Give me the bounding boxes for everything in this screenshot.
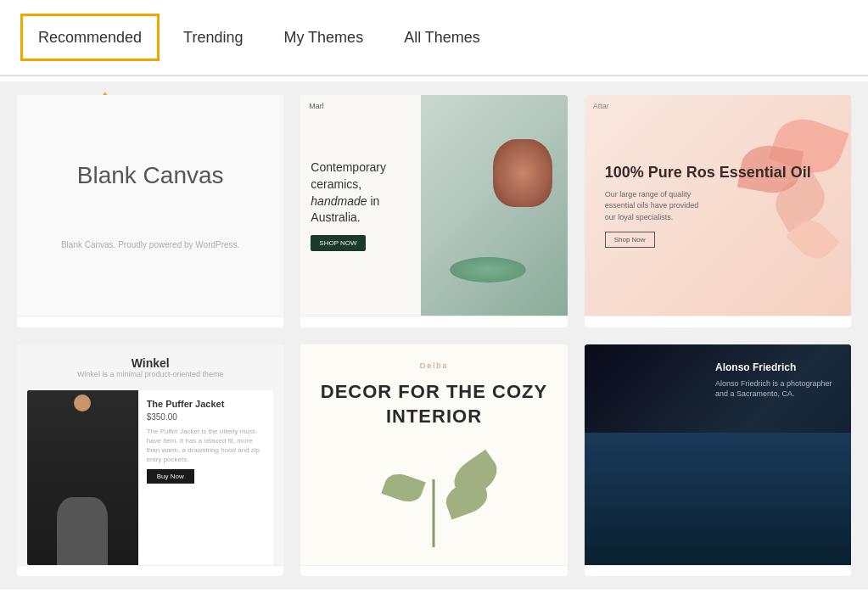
blank-canvas-footer-text: Blank Canvas. Proudly powered by WordPre… xyxy=(61,240,239,249)
attar-title: 100% Pure Ros Essential Oil xyxy=(605,163,811,182)
tab-all-themes[interactable]: All Themes xyxy=(384,0,501,75)
theme-card-delba: Delba DECOR FOR THE COZY INTERIOR Delba … xyxy=(300,344,567,577)
attar-text-block: 100% Pure Ros Essential Oil Our large ra… xyxy=(605,163,811,249)
theme-card-blank-canvas: Blank Canvas Blank Canvas. Proudly power… xyxy=(17,95,283,327)
theme-preview-delba[interactable]: Delba DECOR FOR THE COZY INTERIOR xyxy=(300,344,567,565)
theme-card-marl: Marl Retro Contemporary ceramics, handma… xyxy=(300,95,567,327)
theme-card-winkel: Winkel Winkel is a minimal product-orien… xyxy=(17,344,283,577)
theme-preview-marl[interactable]: Marl Retro Contemporary ceramics, handma… xyxy=(300,95,567,316)
theme-footer-winkel: Winkel ••• xyxy=(17,565,283,577)
plant-stem xyxy=(433,479,435,547)
tab-all-themes-label: All Themes xyxy=(404,29,480,47)
theme-more-attar[interactable]: ••• xyxy=(815,327,837,327)
tab-trending[interactable]: Trending xyxy=(163,0,263,75)
delba-headline: DECOR FOR THE COZY INTERIOR xyxy=(317,380,550,428)
attar-site-name: Attar xyxy=(593,102,609,110)
tab-recommended-label: Recommended xyxy=(38,29,142,47)
winkel-store-desc: Winkel is a minimal product-oriented the… xyxy=(29,370,272,378)
marl-site-name: Marl xyxy=(309,102,324,110)
winkel-product-card: The Puffer Jacket $350.00 The Puffer Jac… xyxy=(27,390,273,565)
theme-preview-alonso[interactable]: Alonso Friedrich Alonso Friedrich is a p… xyxy=(585,344,851,565)
winkel-product-name: The Puffer Jacket xyxy=(147,399,266,409)
delba-plant-decoration xyxy=(317,445,550,547)
theme-grid: Blank Canvas Blank Canvas. Proudly power… xyxy=(0,81,868,590)
tab-my-themes[interactable]: My Themes xyxy=(263,0,384,75)
theme-footer-marl: Marl ••• xyxy=(300,316,567,327)
alonso-person-name: Alonso Friedrich xyxy=(715,361,834,373)
alonso-description: Alonso Friedrich is a photographer and a… xyxy=(715,378,834,400)
theme-preview-blank-canvas[interactable]: Blank Canvas Blank Canvas. Proudly power… xyxy=(17,95,283,316)
theme-card-attar: Attar 100% Pure Ros Essential Oil Our la… xyxy=(585,95,851,327)
theme-preview-winkel[interactable]: Winkel Winkel is a minimal product-orien… xyxy=(17,344,283,565)
theme-more-delba[interactable]: ••• xyxy=(531,576,554,577)
attar-desc: Our large range of quality essential oil… xyxy=(605,189,707,224)
jacket-head xyxy=(74,395,91,411)
winkel-buy-button[interactable]: Buy Now xyxy=(147,469,194,484)
alonso-text-block: Alonso Friedrich Alonso Friedrich is a p… xyxy=(715,361,834,400)
ceramic-image xyxy=(421,95,568,316)
marl-left-panel: Contemporary ceramics, handmade in Austr… xyxy=(300,95,420,316)
tab-bar: Recommended Trending My Themes All Theme… xyxy=(0,0,868,76)
winkel-header: Winkel Winkel is a minimal product-orien… xyxy=(17,344,283,390)
theme-more-alonso[interactable]: ••• xyxy=(815,576,837,577)
plant-leaf-2 xyxy=(381,469,426,506)
theme-more-marl[interactable]: ••• xyxy=(531,327,554,327)
blank-canvas-title-text: Blank Canvas xyxy=(77,162,224,189)
winkel-product-image xyxy=(27,390,138,565)
tab-my-themes-label: My Themes xyxy=(283,29,363,47)
theme-footer-alonso: Alonso ••• xyxy=(585,565,851,577)
winkel-store-name: Winkel xyxy=(29,356,272,370)
winkel-product-desc: The Puffer Jacket is the utterly must-ha… xyxy=(147,427,266,465)
theme-footer-delba: Delba ••• xyxy=(300,565,567,577)
alonso-landscape xyxy=(585,433,851,565)
theme-more-blank-canvas[interactable]: ••• xyxy=(247,327,270,327)
theme-footer-attar: Attar ••• xyxy=(585,316,851,327)
winkel-product-info: The Puffer Jacket $350.00 The Puffer Jac… xyxy=(138,390,274,565)
theme-card-alonso: Alonso Friedrich Alonso Friedrich is a p… xyxy=(585,344,851,577)
jacket-figure xyxy=(57,497,108,565)
theme-footer-blank-canvas: Blank Canvas ••• xyxy=(17,316,283,327)
marl-tagline: Contemporary ceramics, handmade in Austr… xyxy=(311,159,410,226)
theme-preview-attar[interactable]: Attar 100% Pure Ros Essential Oil Our la… xyxy=(585,95,851,316)
tab-trending-label: Trending xyxy=(183,29,243,47)
attar-site-header: Attar xyxy=(593,102,609,110)
theme-more-winkel[interactable]: ••• xyxy=(247,576,270,577)
winkel-price: $350.00 xyxy=(147,412,266,422)
tab-recommended[interactable]: Recommended xyxy=(20,14,160,61)
marl-right-panel xyxy=(421,95,568,316)
attar-shop-button[interactable]: Shop Now xyxy=(605,232,655,248)
delba-site-name: Delba xyxy=(420,361,449,370)
marl-shop-button[interactable]: SHOP NOW xyxy=(311,235,365,251)
